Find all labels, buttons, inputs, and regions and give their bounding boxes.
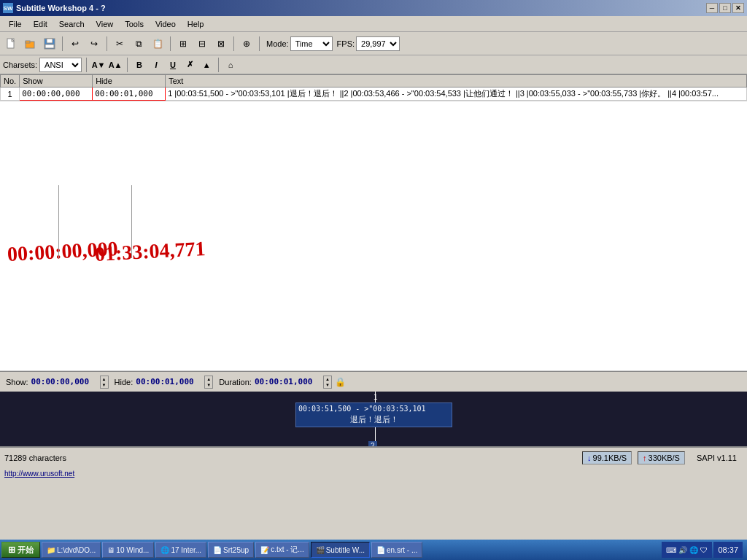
mode-select[interactable]: Time Frame — [290, 36, 333, 51]
timeline[interactable]: 1 00:03:51,500 - >"00:03:53,101 退后！退后！ 2 — [0, 392, 747, 446]
systray-icon-2: 🔊 — [678, 546, 687, 554]
taskbar-label-3: Srt25up — [223, 546, 249, 554]
fps-label: FPS: — [337, 39, 355, 48]
text-cell[interactable]: 1 |00:03:51,500 - >"00:03:53,101 |退后！退后！… — [166, 88, 747, 101]
window-title: Subtitle Workshop 4 - ? — [16, 4, 106, 12]
menu-video[interactable]: Video — [150, 18, 182, 30]
subtitle-table: No. Show Hide Text 1 00:00:00,000 00:00:… — [0, 74, 747, 101]
url-bar[interactable]: http://www.urusoft.net — [0, 467, 747, 479]
taskbar-right: ⌨ 🔊 🌐 🛡 08:37 — [662, 542, 746, 558]
taskbar-label-1: 10 Wind... — [116, 546, 149, 554]
tool-btn-3[interactable]: ⊠ — [212, 35, 230, 52]
start-button[interactable]: ⊞ 开始 — [1, 542, 40, 558]
tool-btn-2[interactable]: ⊟ — [193, 35, 211, 52]
hide-time-spinner[interactable]: ▲ ▼ — [204, 376, 213, 389]
menu-edit[interactable]: Edit — [28, 18, 53, 30]
show-time-input[interactable] — [31, 377, 97, 386]
format-separator-3 — [218, 58, 219, 72]
strikethrough-button[interactable]: ✗ — [182, 58, 197, 72]
taskbar-label-5: Subtitle W... — [326, 546, 365, 554]
table-header-row: No. Show Hide Text — [1, 75, 747, 88]
minimize-button[interactable]: ─ — [706, 3, 718, 13]
app-icon: SW — [3, 3, 13, 13]
menu-search[interactable]: Search — [53, 18, 90, 30]
systray-icon-3: 🌐 — [689, 546, 698, 554]
paste-button[interactable]: 📋 — [149, 35, 166, 52]
upload-speed: 330KB/S — [649, 454, 680, 462]
menu-tools[interactable]: Tools — [119, 18, 150, 30]
cut-button[interactable]: ✂ — [111, 35, 128, 52]
down-arrow-icon: ↓ — [587, 454, 592, 462]
undo-button[interactable]: ↩ — [66, 35, 84, 52]
subtitle-text: 退后！退后！ — [298, 413, 449, 425]
taskbar-item-6[interactable]: 📄 en.srt - ... — [371, 542, 422, 558]
maximize-button[interactable]: □ — [719, 3, 731, 13]
show-time-cell[interactable]: 00:00:00,000 — [20, 88, 93, 101]
taskbar-item-3[interactable]: 📄 Srt25up — [208, 542, 254, 558]
guideline-2 — [131, 185, 132, 258]
col-header-hide: Hide — [93, 75, 166, 88]
taskbar-item-2[interactable]: 🌐 17 Inter... — [155, 542, 206, 558]
font-size-down[interactable]: A▼ — [91, 58, 106, 72]
font-size-up[interactable]: A▲ — [108, 58, 123, 72]
underline-button[interactable]: U — [166, 58, 180, 72]
open-button[interactable] — [22, 35, 39, 52]
svg-rect-2 — [26, 41, 30, 43]
save-button[interactable] — [41, 35, 58, 52]
net-upload: ↑ 330KB/S — [638, 451, 685, 464]
url-text: http://www.urusoft.net — [4, 470, 74, 478]
system-clock: 08:37 — [713, 542, 743, 558]
windows-icon: ⊞ — [8, 545, 15, 555]
show-time-spinner[interactable]: ▲ ▼ — [100, 376, 109, 389]
bottom-bar: Show: ▲ ▼ Hide: ▲ ▼ Duration: ▲ ▼ 🔒 — [0, 371, 747, 392]
tool-btn-1[interactable]: ⊞ — [174, 35, 192, 52]
menu-file[interactable]: File — [3, 18, 28, 30]
taskbar: ⊞ 开始 📁 L:\dvd\DO... 🖥 10 Wind... 🌐 17 In… — [0, 540, 747, 560]
taskbar-label-6: en.srt - ... — [387, 546, 417, 554]
toolbar-separator-3 — [170, 36, 171, 51]
systray-icon-1: ⌨ — [666, 546, 676, 554]
taskbar-item-4[interactable]: 📝 c.txt - 记... — [255, 542, 309, 558]
taskbar-item-1[interactable]: 🖥 10 Wind... — [102, 542, 154, 558]
close-button[interactable]: ✕ — [732, 3, 744, 13]
charset-select[interactable]: ANSI UTF-8 — [39, 58, 82, 72]
taskbar-item-5[interactable]: 🎬 Subtitle W... — [311, 542, 370, 558]
table-row: 1 00:00:00,000 00:00:01,000 1 |00:03:51,… — [1, 88, 747, 101]
timeline-subtitle-block[interactable]: 00:03:51,500 - >"00:03:53,101 退后！退后！ — [295, 402, 452, 427]
row-number: 1 — [1, 88, 20, 101]
formatbar: Charsets: ANSI UTF-8 A▼ A▲ B I U ✗ ▲ ⌂ — [0, 55, 747, 74]
fps-select[interactable]: 29,997 23,976 25,000 — [356, 36, 400, 51]
lock-icon[interactable]: 🔒 — [335, 377, 346, 387]
taskbar-icon-2: 🌐 — [160, 546, 169, 554]
titlebar-controls: ─ □ ✕ — [706, 3, 744, 13]
bold-button[interactable]: B — [132, 58, 147, 72]
italic-button[interactable]: I — [149, 58, 163, 72]
tool-btn-4[interactable]: ⊕ — [238, 35, 255, 52]
taskbar-icon-6: 📄 — [376, 546, 385, 554]
hide-time-input[interactable] — [136, 377, 201, 386]
hide-label: Hide: — [115, 378, 133, 386]
copy-button[interactable]: ⧉ — [130, 35, 147, 52]
titlebar-left: SW Subtitle Workshop 4 - ? — [3, 3, 106, 13]
special-button[interactable]: ⌂ — [223, 58, 238, 72]
duration-label: Duration: — [219, 378, 252, 386]
hide-time-cell[interactable]: 00:00:01,000 — [93, 88, 166, 101]
new-button[interactable] — [3, 35, 20, 52]
toolbar: ↩ ↪ ✂ ⧉ 📋 ⊞ ⊟ ⊠ ⊕ Mode: Time Frame FPS: … — [0, 32, 747, 55]
duration-spinner[interactable]: ▲ ▼ — [323, 376, 332, 389]
taskbar-icon-4: 📝 — [260, 546, 269, 554]
redo-button[interactable]: ↪ — [85, 35, 103, 52]
col-header-text: Text — [166, 75, 747, 88]
char-count: 71289 characters — [4, 454, 576, 462]
taskbar-icon-5: 🎬 — [316, 546, 325, 554]
duration-input[interactable] — [255, 377, 320, 386]
taskbar-icon-1: 🖥 — [107, 546, 115, 554]
toolbar-separator-1 — [62, 36, 63, 51]
timeline-marker-2: 2 — [368, 441, 377, 446]
taskbar-item-0[interactable]: 📁 L:\dvd\DO... — [42, 542, 101, 558]
toolbar-separator-2 — [107, 36, 107, 51]
menu-help[interactable]: Help — [182, 18, 210, 30]
color-button[interactable]: ▲ — [199, 58, 214, 72]
menu-view[interactable]: View — [90, 18, 120, 30]
statusbar: 71289 characters ↓ 99.1KB/S ↑ 330KB/S SA… — [0, 447, 747, 467]
